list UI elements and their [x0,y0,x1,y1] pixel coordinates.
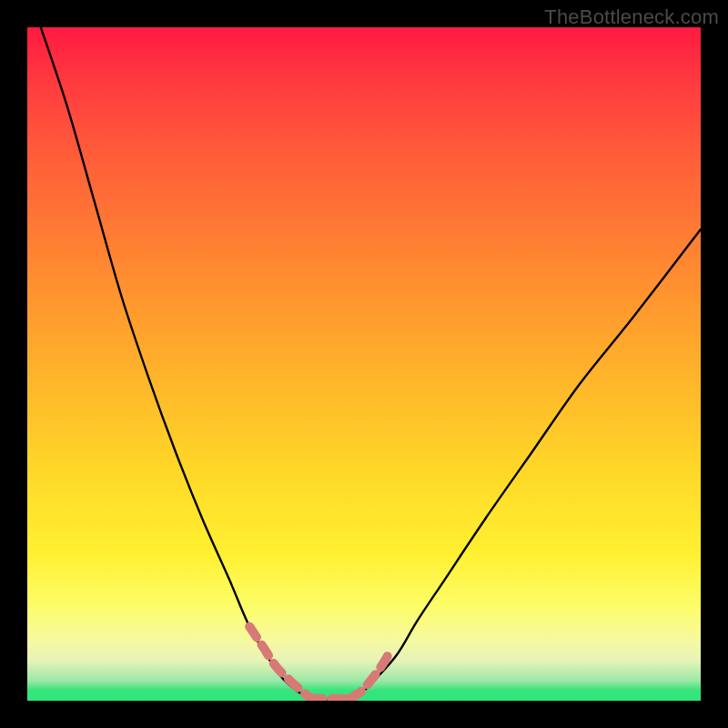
chart-frame: TheBottleneck.com [0,0,728,728]
plot-area [27,27,701,701]
marker-segments [249,627,390,699]
curve-layer [27,27,701,701]
right-curve [350,229,701,698]
left-curve [41,27,310,698]
watermark-label: TheBottleneck.com [544,5,719,29]
